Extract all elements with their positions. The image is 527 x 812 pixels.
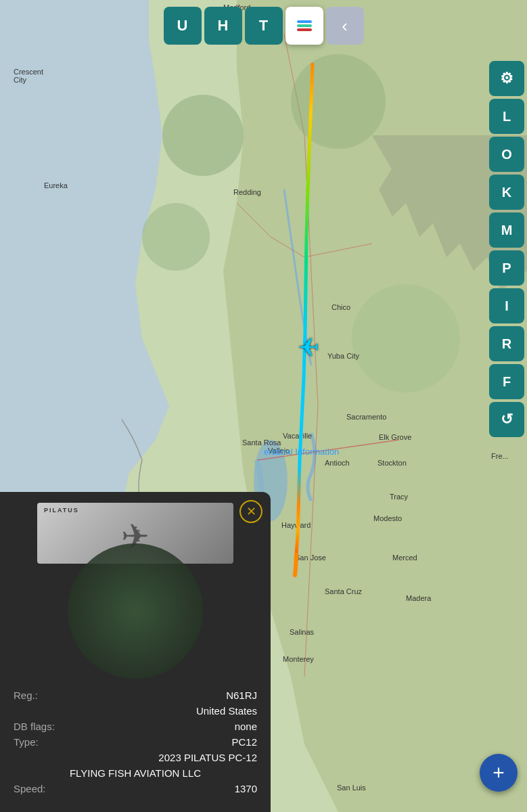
t-button[interactable]: T <box>245 7 283 45</box>
type-label: Type: <box>14 736 39 748</box>
info-table: Reg.: N61RJ United States DB flags: none… <box>0 679 271 794</box>
country-value: United States <box>196 705 257 717</box>
layers-icon <box>297 20 312 31</box>
svg-point-5 <box>352 284 460 392</box>
top-toolbar: U H T ‹ <box>164 7 364 45</box>
aircraft-emblem <box>68 543 203 679</box>
svg-point-4 <box>291 54 386 149</box>
r-button[interactable]: R <box>489 326 524 361</box>
reg-value: N61RJ <box>226 690 257 701</box>
h-button[interactable]: H <box>204 7 242 45</box>
db-flags-label: DB flags: <box>14 721 55 732</box>
speed-value: 1370 <box>235 783 257 794</box>
db-flags-row: DB flags: none <box>14 721 257 732</box>
full-name-value: 2023 PILATUS PC-12 <box>158 752 257 763</box>
db-flags-value: none <box>235 721 257 732</box>
k-button[interactable]: K <box>489 175 524 210</box>
registration-row: Reg.: N61RJ <box>14 690 257 701</box>
map-container[interactable]: Medford CrescentCity Eureka Redding Chic… <box>0 0 527 812</box>
m-button[interactable]: M <box>489 212 524 248</box>
aircraft-info-panel: ✕ PILATUS ✈ Reg.: N61RJ United States <box>0 492 271 812</box>
pilatus-brand-label: PILATUS <box>44 507 79 514</box>
svg-point-3 <box>142 203 210 271</box>
i-button[interactable]: I <box>489 288 524 323</box>
add-fab-button[interactable]: + <box>480 754 518 792</box>
right-sidebar: ⚙ L O K M P I R F ↺ <box>489 61 527 437</box>
full-name-row: 2023 PILATUS PC-12 <box>14 752 257 763</box>
o-button[interactable]: O <box>489 137 524 172</box>
layers-button[interactable] <box>285 7 323 45</box>
l-button[interactable]: L <box>489 99 524 134</box>
close-panel-button[interactable]: ✕ <box>239 500 262 523</box>
operator-value: FLYING FISH AVIATION LLC <box>70 767 201 779</box>
type-value: PC12 <box>231 736 257 748</box>
speed-label: Speed: <box>14 783 46 794</box>
replay-button[interactable]: ↺ <box>489 402 524 437</box>
type-row: Type: PC12 <box>14 736 257 748</box>
u-button[interactable]: U <box>164 7 202 45</box>
operator-row: FLYING FISH AVIATION LLC <box>14 767 257 779</box>
f-button[interactable]: F <box>489 364 524 399</box>
country-row: United States <box>14 705 257 717</box>
svg-point-2 <box>162 95 244 176</box>
reg-label: Reg.: <box>14 690 38 701</box>
back-button[interactable]: ‹ <box>326 7 364 45</box>
speed-row: Speed: 1370 <box>14 783 257 794</box>
settings-button[interactable]: ⚙ <box>489 61 524 96</box>
p-button[interactable]: P <box>489 250 524 286</box>
airplane-icon: ✈ <box>298 332 319 361</box>
